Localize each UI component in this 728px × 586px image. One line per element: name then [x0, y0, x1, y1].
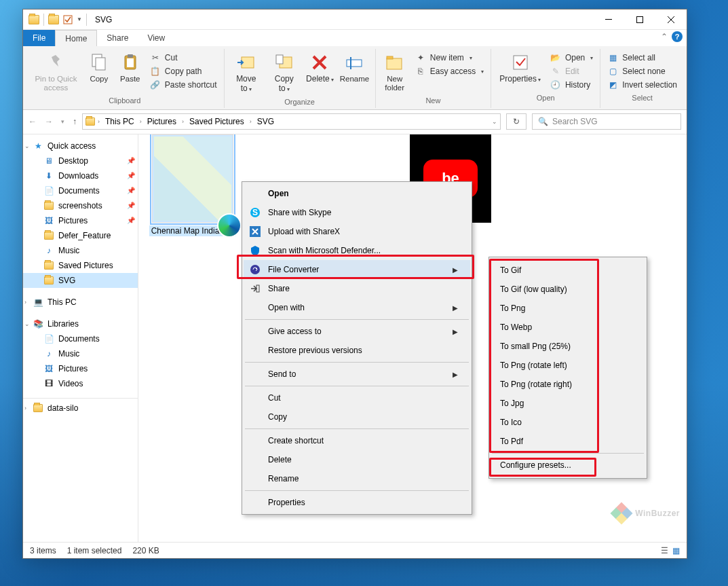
- subitem-png[interactable]: To Png: [491, 299, 645, 318]
- sidebar-item-desktop[interactable]: 🖥Desktop📌: [23, 153, 138, 168]
- cm-rename[interactable]: Rename: [244, 469, 470, 488]
- subitem-small-png[interactable]: To small Png (25%): [491, 337, 645, 356]
- subitem-png-rotate-right[interactable]: To Png (rotate right): [491, 375, 645, 394]
- cm-sharex[interactable]: Upload with ShareX: [244, 222, 470, 241]
- subitem-webp[interactable]: To Webp: [491, 318, 645, 337]
- sidebar-item-defer[interactable]: Defer_Feature: [23, 228, 138, 243]
- pin-quick-access-button[interactable]: Pin to Quick access: [30, 50, 82, 94]
- back-button[interactable]: ←: [28, 117, 37, 126]
- cm-cut[interactable]: Cut: [244, 388, 470, 407]
- copy-to-button[interactable]: Copy to▾: [267, 50, 301, 95]
- up-button[interactable]: ↑: [73, 117, 77, 126]
- sidebar-item-documents[interactable]: 📄Documents📌: [23, 183, 138, 198]
- sidebar-item-music[interactable]: ♪Music: [23, 243, 138, 258]
- delete-button[interactable]: Delete▾: [304, 50, 335, 86]
- invert-selection-button[interactable]: ◩Invert selection: [605, 79, 680, 91]
- sidebar-item-lib-music[interactable]: ♪Music: [23, 346, 138, 361]
- new-item-button[interactable]: ✦New item▾: [413, 52, 486, 64]
- sidebar-item-lib-pictures[interactable]: 🖼Pictures: [23, 361, 138, 376]
- sidebar-item-datasilo[interactable]: ›data-silo: [23, 398, 138, 416]
- thumbnails-view-icon[interactable]: ▦: [672, 546, 680, 555]
- cm-shortcut[interactable]: Create shortcut: [244, 431, 470, 450]
- cm-properties[interactable]: Properties: [244, 493, 470, 512]
- sidebar-item-quick-access[interactable]: ⌄★Quick access: [23, 139, 138, 153]
- tab-file[interactable]: File: [23, 30, 55, 46]
- edit-button[interactable]: ✎Edit: [548, 65, 596, 77]
- properties-check-icon[interactable]: [63, 15, 73, 24]
- sidebar-item-svg[interactable]: SVG: [23, 273, 138, 288]
- subitem-configure[interactable]: Configure presets...: [491, 456, 645, 475]
- folder-icon[interactable]: [48, 15, 59, 24]
- chevron-right-icon[interactable]: ›: [24, 299, 26, 306]
- sidebar-item-libraries[interactable]: ⌄📚Libraries: [23, 316, 138, 331]
- breadcrumb[interactable]: Pictures: [145, 117, 179, 126]
- sidebar-item-saved-pictures[interactable]: Saved Pictures: [23, 258, 138, 273]
- select-none-button[interactable]: ▢Select none: [605, 65, 680, 77]
- copy-path-button[interactable]: 📋Copy path: [147, 65, 220, 77]
- sidebar-item-lib-videos[interactable]: 🎞Videos: [23, 376, 138, 391]
- subitem-pdf[interactable]: To Pdf: [491, 432, 645, 451]
- move-to-button[interactable]: Move to▾: [229, 50, 265, 95]
- cm-open[interactable]: Open: [244, 184, 470, 203]
- subitem-jpg[interactable]: To Jpg: [491, 394, 645, 413]
- new-folder-button[interactable]: New folder: [380, 50, 410, 94]
- cm-skype[interactable]: SShare with Skype: [244, 203, 470, 222]
- rename-button[interactable]: Rename: [338, 50, 370, 85]
- history-button[interactable]: 🕘History: [548, 79, 596, 91]
- chevron-right-icon[interactable]: ›: [140, 118, 142, 125]
- cm-defender[interactable]: Scan with Microsoft Defender...: [244, 241, 470, 260]
- tab-home[interactable]: Home: [55, 30, 97, 46]
- file-item-selected[interactable]: Chennai Map India.svg: [145, 134, 240, 236]
- help-icon[interactable]: ?: [672, 31, 683, 42]
- chevron-down-icon[interactable]: ⌄: [492, 118, 497, 125]
- cm-restore[interactable]: Restore previous versions: [244, 341, 470, 360]
- breadcrumb[interactable]: This PC: [102, 117, 137, 126]
- details-view-icon[interactable]: ☰: [661, 546, 668, 555]
- cm-send-to[interactable]: Send to▶: [244, 365, 470, 384]
- close-button[interactable]: [655, 10, 687, 30]
- sidebar-item-downloads[interactable]: ⬇Downloads📌: [23, 168, 138, 183]
- cut-button[interactable]: ✂Cut: [147, 52, 220, 64]
- chevron-down-icon[interactable]: ⌄: [24, 143, 30, 149]
- search-input[interactable]: 🔍 Search SVG: [532, 113, 681, 130]
- subitem-ico[interactable]: To Ico: [491, 413, 645, 432]
- easy-access-button[interactable]: ⎘Easy access▾: [413, 65, 486, 77]
- subitem-gif[interactable]: To Gif: [491, 261, 645, 280]
- copy-button[interactable]: Copy: [85, 50, 113, 85]
- open-button[interactable]: 📂Open▾: [548, 52, 596, 64]
- refresh-button[interactable]: ↻: [506, 113, 526, 130]
- cm-file-converter[interactable]: File Converter▶: [244, 260, 470, 279]
- subitem-gif-low[interactable]: To Gif (low quality): [491, 280, 645, 299]
- maximize-button[interactable]: [624, 10, 655, 30]
- chevron-right-icon[interactable]: ›: [250, 118, 252, 125]
- chevron-right-icon[interactable]: ›: [98, 118, 100, 125]
- tab-share[interactable]: Share: [97, 30, 138, 46]
- edge-icon: [217, 213, 242, 238]
- paste-button[interactable]: Paste: [116, 50, 145, 85]
- sidebar-item-lib-documents[interactable]: 📄Documents: [23, 331, 138, 346]
- subitem-png-rotate-left[interactable]: To Png (rotate left): [491, 356, 645, 375]
- sidebar-item-pictures[interactable]: 🖼Pictures📌: [23, 213, 138, 228]
- recent-locations-button[interactable]: ▾: [61, 118, 64, 125]
- properties-button[interactable]: Properties▾: [495, 50, 545, 86]
- cm-open-with[interactable]: Open with▶: [244, 298, 470, 317]
- breadcrumb-bar[interactable]: › This PC › Pictures › Saved Pictures › …: [82, 113, 501, 130]
- tab-view[interactable]: View: [138, 30, 174, 46]
- minimize-button[interactable]: [593, 10, 624, 30]
- breadcrumb[interactable]: Saved Pictures: [187, 117, 247, 126]
- chevron-down-icon[interactable]: ⌄: [24, 321, 30, 327]
- chevron-right-icon[interactable]: ›: [24, 405, 26, 411]
- paste-shortcut-button[interactable]: 🔗Paste shortcut: [147, 79, 220, 91]
- qat-dropdown-icon[interactable]: ▼: [77, 16, 82, 22]
- sidebar-item-this-pc[interactable]: ›💻This PC: [23, 295, 138, 310]
- select-all-button[interactable]: ▦Select all: [605, 52, 680, 64]
- forward-button[interactable]: →: [45, 117, 53, 126]
- cm-give-access[interactable]: Give access to▶: [244, 322, 470, 341]
- cm-copy[interactable]: Copy: [244, 407, 470, 426]
- cm-share[interactable]: Share: [244, 279, 470, 298]
- breadcrumb[interactable]: SVG: [254, 117, 277, 126]
- collapse-ribbon-icon[interactable]: ⌃: [661, 32, 668, 41]
- sidebar-item-screenshots[interactable]: screenshots📌: [23, 198, 138, 213]
- chevron-right-icon[interactable]: ›: [182, 118, 184, 125]
- cm-delete[interactable]: Delete: [244, 450, 470, 469]
